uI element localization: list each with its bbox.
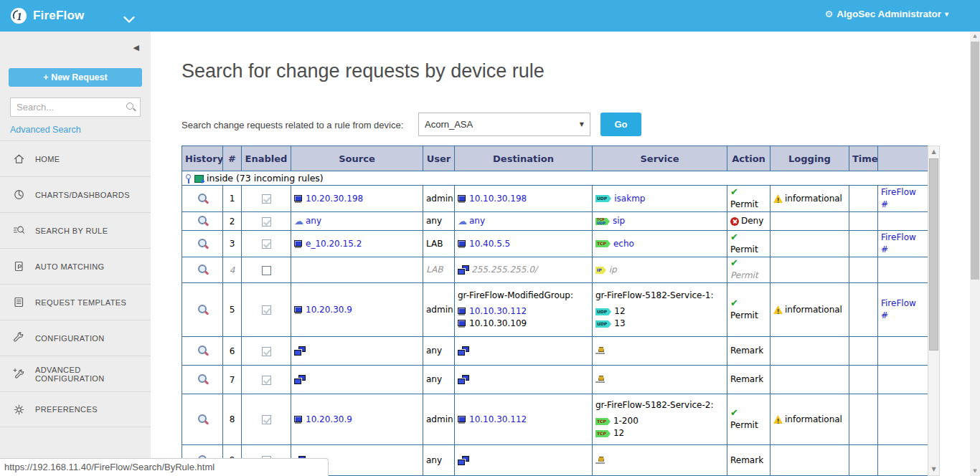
history-magnifier-icon[interactable] <box>197 305 208 315</box>
tcp-icon: TCP <box>595 418 608 425</box>
device-select[interactable]: Acorn_ASA ▼ <box>418 113 590 136</box>
sidebar-item-configuration[interactable]: CONFIGURATION <box>0 320 151 356</box>
tcp-icon: TCP <box>595 240 608 247</box>
enabled-checkbox[interactable] <box>262 266 271 275</box>
deny-icon <box>730 217 739 226</box>
advanced-search-link[interactable]: Advanced Search <box>10 125 81 135</box>
enabled-checkbox[interactable] <box>262 415 271 424</box>
cell-text: any <box>426 345 442 357</box>
sidebar-item-search-by-rule[interactable]: SEARCH BY RULE <box>0 212 151 248</box>
page-title: Search for change requests by device rul… <box>182 60 545 82</box>
permit-icon: ✔ <box>730 408 738 417</box>
sidebar-item-home[interactable]: HOME <box>0 141 151 176</box>
enabled-checkbox[interactable] <box>262 376 271 385</box>
cell-link[interactable]: 10.20.30.9 <box>306 304 352 316</box>
svg-text:1: 1 <box>17 11 22 22</box>
history-magnifier-icon[interactable] <box>197 194 208 204</box>
cell-fireflow: FireFlow # <box>878 231 928 257</box>
cell-history <box>182 283 223 337</box>
udp-icon: UDP <box>595 195 608 202</box>
cell-user: LAB <box>423 231 455 257</box>
table-scrollbar-thumb[interactable] <box>929 158 938 351</box>
user-menu[interactable]: ⚙ AlgoSec Administrator ▾ <box>825 9 948 19</box>
sidebar-item-label: SEARCH BY RULE <box>35 227 108 235</box>
cell-link[interactable]: any <box>469 215 485 227</box>
cell-link[interactable]: 10.10.30.198 <box>469 193 527 205</box>
sidebar-item-label: PREFERENCES <box>35 405 98 414</box>
cell-link[interactable]: any <box>306 215 321 227</box>
search-input[interactable] <box>11 98 118 116</box>
scroll-down-icon[interactable]: ▼ <box>928 464 939 475</box>
cell-link[interactable]: echo <box>613 238 634 250</box>
sidebar-item-advanced-configuration[interactable]: ADVANCED CONFIGURATION <box>0 356 151 391</box>
cell-time <box>849 366 878 394</box>
column-header-History: History <box>182 146 223 171</box>
history-magnifier-icon[interactable] <box>197 265 208 275</box>
cell-logging: informational <box>771 394 849 445</box>
page-scroll-down-icon[interactable]: ▼ <box>970 467 980 476</box>
cell-history <box>182 366 223 394</box>
cell-link[interactable]: e_10.20.15.2 <box>306 238 362 250</box>
rule-number: 1 <box>230 194 235 204</box>
cell-link[interactable]: FireFlow # <box>881 298 925 322</box>
sidebar-item-request-templates[interactable]: REQUEST TEMPLATES <box>0 284 151 320</box>
enabled-checkbox[interactable] <box>262 217 271 227</box>
cell-link[interactable]: 10.40.5.5 <box>469 238 510 250</box>
app-switcher-chevron-icon[interactable] <box>123 13 135 26</box>
cell-time <box>849 283 878 337</box>
cell-link[interactable]: 10.20.30.198 <box>306 193 363 205</box>
cell-source <box>291 366 423 394</box>
cell-service <box>593 337 727 366</box>
cell-link[interactable]: isakmp <box>614 193 645 205</box>
cell-fireflow <box>878 394 928 445</box>
cell-text: Permit <box>730 419 758 432</box>
page-scrollbar[interactable]: ▲ ▼ <box>970 32 980 476</box>
auto-matching-icon <box>13 260 25 272</box>
sidebar-collapse-icon[interactable]: ◀ <box>133 43 139 52</box>
history-magnifier-icon[interactable] <box>197 239 208 249</box>
history-magnifier-icon[interactable] <box>197 346 208 356</box>
cell-text: Permit <box>730 199 758 211</box>
enabled-checkbox[interactable] <box>262 305 271 315</box>
go-button[interactable]: Go <box>600 113 641 136</box>
scroll-up-icon[interactable]: ▲ <box>928 146 939 158</box>
sidebar-item-preferences[interactable]: PREFERENCES <box>0 391 151 427</box>
hosts-icon <box>294 346 306 356</box>
cell-link[interactable]: FireFlow # <box>881 232 925 256</box>
new-request-button[interactable]: + New Request <box>9 68 142 87</box>
sidebar-item-charts-dashboards[interactable]: CHARTS/DASHBOARDS <box>0 176 151 212</box>
enabled-checkbox[interactable] <box>262 239 271 249</box>
host-icon <box>458 308 467 315</box>
iface-icon <box>194 175 204 183</box>
cell-link[interactable]: 10.10.30.112 <box>469 414 527 426</box>
cell-service: gr-FireFlow-5182-Service-1:UDP12UDP13 <box>593 283 727 337</box>
enabled-checkbox[interactable] <box>262 347 271 356</box>
enabled-checkbox[interactable] <box>262 194 271 204</box>
user-menu-label: AlgoSec Administrator <box>837 9 941 19</box>
column-header-Time: Time <box>849 146 878 171</box>
cell-link[interactable]: sip <box>613 215 625 227</box>
table-row: 6anyRemark <box>182 337 928 366</box>
cell-text: any <box>426 454 442 467</box>
sidebar-item-auto-matching[interactable]: AUTO MATCHING <box>0 248 151 284</box>
table-scrollbar[interactable]: ▲ ▼ <box>928 146 940 476</box>
page-scrollbar-thumb[interactable] <box>971 42 979 280</box>
history-magnifier-icon[interactable] <box>197 374 208 385</box>
history-magnifier-icon[interactable] <box>197 216 208 227</box>
permit-icon: ✔ <box>730 258 738 267</box>
history-magnifier-icon[interactable] <box>197 414 208 425</box>
cell-user: LAB <box>423 257 455 283</box>
page-scroll-up-icon[interactable]: ▲ <box>970 32 980 41</box>
column-header-Service: Service <box>593 146 727 171</box>
cell-link[interactable]: 10.10.30.112 <box>469 305 527 318</box>
cell-link[interactable]: FireFlow # <box>881 186 925 211</box>
cell-logging <box>771 231 849 257</box>
cell-link[interactable]: 10.20.30.9 <box>306 414 352 426</box>
tcp-icon: TCP <box>595 430 608 437</box>
cell-enabled <box>242 212 291 231</box>
netsvc-icon <box>595 347 606 355</box>
cell-rule-number: 6 <box>223 337 242 366</box>
cell-time <box>849 394 878 445</box>
cell-text: Remark <box>730 345 763 357</box>
cell-action: Remark <box>727 366 771 394</box>
